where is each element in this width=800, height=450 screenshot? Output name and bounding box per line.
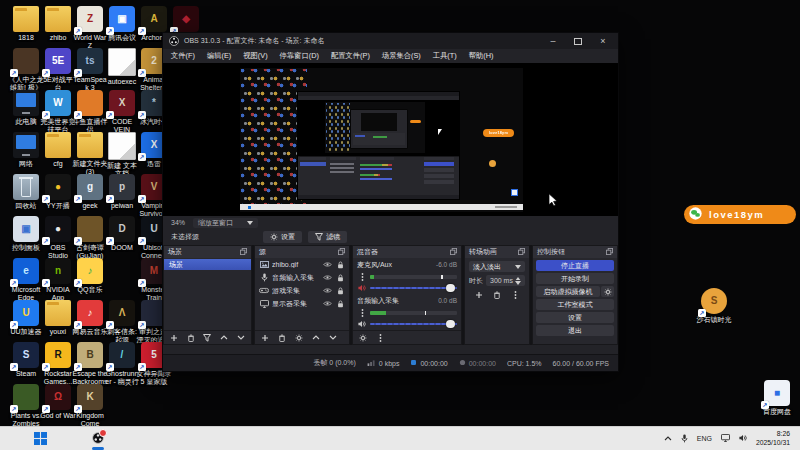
control-button[interactable]: 开始录制 — [536, 273, 614, 284]
control-button[interactable]: 停止直播 — [536, 260, 614, 271]
desktop-icon[interactable]: ↗古剑奇谭 (GuJian) — [72, 216, 108, 261]
volume-slider[interactable] — [370, 284, 457, 293]
visibility-eye-icon[interactable] — [322, 299, 332, 309]
down-button[interactable] — [236, 333, 246, 343]
preview-zoom-dropdown[interactable]: 缩放至窗口 — [193, 218, 258, 228]
desktop-icon[interactable]: ♪↗网易云音乐 — [72, 300, 108, 336]
menu-item[interactable]: 编辑(E) — [207, 51, 231, 61]
microphone-icon[interactable] — [681, 434, 688, 444]
taskbar-clock[interactable]: 8:26 2025/10/31 — [756, 430, 790, 447]
start-button[interactable] — [28, 429, 52, 449]
up-button[interactable] — [311, 333, 321, 343]
desktop-icon[interactable]: n↗NVIDIA App — [40, 258, 76, 303]
desktop-icon[interactable]: D↗DOOM — [104, 216, 140, 252]
popout-icon[interactable] — [518, 248, 525, 256]
stream-overlay-wechat-button[interactable]: love18ym — [684, 205, 796, 224]
desktop-icon[interactable]: R↗Rockstar Games... — [40, 342, 76, 387]
dots-button[interactable] — [375, 333, 385, 343]
trash-button[interactable] — [186, 333, 196, 343]
desktop-icon[interactable]: 5E↗5E对战平台 — [40, 48, 76, 93]
popout-icon[interactable] — [338, 248, 345, 256]
source-row[interactable]: 音频输入采集 — [255, 271, 349, 284]
desktop-icon[interactable]: ts↗TeamSpeak 3 — [72, 48, 108, 93]
mute-button[interactable] — [357, 283, 367, 293]
popout-icon[interactable] — [450, 248, 457, 256]
desktop-icon[interactable]: X↗CODE VEIN — [104, 90, 140, 135]
plus-button[interactable] — [169, 333, 179, 343]
desktop-icon[interactable]: ▣↗腾讯会议 — [104, 6, 140, 42]
duration-stepper[interactable]: 300 ms — [486, 275, 525, 286]
lock-icon[interactable] — [335, 260, 345, 270]
menu-item[interactable]: 帮助(H) — [469, 51, 494, 61]
desktop-icon[interactable]: ↗《人中之龙 维新! 极》DEMO — [8, 48, 44, 93]
desktop-icon[interactable]: zhibo — [40, 6, 76, 42]
desktop-icon[interactable]: Z↗World War Z — [72, 6, 108, 51]
down-button[interactable] — [328, 333, 338, 343]
desktop-icon[interactable]: S↗Steam — [8, 342, 44, 378]
desktop-icon[interactable]: ▣控制面板 — [8, 216, 44, 252]
source-filters-button[interactable]: 滤镜 — [308, 231, 347, 243]
desktop-icon[interactable]: 网络 — [8, 132, 44, 168]
menu-item[interactable]: 配置文件(P) — [331, 51, 370, 61]
desktop-icon[interactable]: 新建 文本文档 — [104, 132, 140, 179]
source-row[interactable]: zhibo.gif — [255, 258, 349, 271]
desktop-icon[interactable]: ↗斗鱼直播伴侣 — [72, 90, 108, 135]
up-button[interactable] — [219, 333, 229, 343]
taskbar-obs-button[interactable] — [86, 428, 110, 450]
control-button[interactable]: 设置 — [536, 312, 614, 323]
transition-select[interactable]: 淡入淡出 — [469, 261, 525, 272]
control-button[interactable]: 启动虚拟摄像机 — [536, 286, 600, 297]
lock-icon[interactable] — [335, 286, 345, 296]
visibility-eye-icon[interactable] — [322, 273, 332, 283]
menu-item[interactable]: 场景集合(S) — [382, 51, 421, 61]
mute-button[interactable] — [357, 319, 367, 329]
menu-item[interactable]: 停靠窗口(D) — [280, 51, 319, 61]
minimize-button[interactable]: – — [548, 37, 558, 46]
desktop-icon[interactable]: ●↗OBS Studio — [40, 216, 76, 261]
visibility-eye-icon[interactable] — [322, 260, 332, 270]
desktop-icon[interactable]: ↗Plants vs. Zombies G... — [8, 384, 44, 429]
menu-item[interactable]: 工具(T) — [433, 51, 457, 61]
desktop-icon[interactable]: Ω↗God of War — [40, 384, 76, 420]
lock-icon[interactable] — [335, 299, 345, 309]
trash-button[interactable] — [277, 333, 287, 343]
desktop-icon[interactable]: K↗Kingdom Come Del... — [72, 384, 108, 429]
gear-button[interactable] — [294, 333, 304, 343]
plus-button[interactable] — [474, 290, 484, 300]
popout-icon[interactable] — [240, 248, 247, 256]
desktop-icon[interactable]: S↗沙石镇时光 — [696, 288, 732, 324]
touch-keyboard-icon[interactable] — [721, 434, 730, 443]
control-button[interactable]: 退出 — [536, 325, 614, 336]
menu-item[interactable]: 视图(V) — [243, 51, 267, 61]
speaker-icon[interactable] — [739, 434, 747, 443]
close-button[interactable]: × — [598, 37, 608, 46]
obs-titlebar[interactable]: OBS 31.0.3 - 配置文件: 未命名 - 场景: 未命名 – × — [163, 33, 618, 49]
language-indicator[interactable]: ENG — [697, 435, 712, 442]
dots-vertical-icon[interactable] — [357, 308, 367, 318]
visibility-eye-icon[interactable] — [322, 286, 332, 296]
desktop-icon[interactable]: ■↗百度网盘 — [759, 380, 795, 416]
source-row[interactable]: 游戏采集 — [255, 284, 349, 297]
desktop-icon[interactable]: autoexec — [104, 48, 140, 86]
dots-vertical-icon[interactable] — [357, 272, 367, 282]
desktop-icon[interactable]: B↗Escape the Backrooms — [72, 342, 108, 387]
desktop-icon[interactable]: youxi — [40, 300, 76, 336]
gear-button[interactable] — [358, 333, 368, 343]
source-row[interactable]: 显示器采集 — [255, 297, 349, 310]
popout-icon[interactable] — [606, 248, 613, 256]
desktop-icon[interactable]: e↗Microsoft Edge — [8, 258, 44, 303]
desktop-icon[interactable]: cfg — [40, 132, 76, 168]
desktop-icon[interactable]: Λ↗刺客信条: 起源 — [104, 300, 140, 345]
dots-button[interactable] — [510, 290, 520, 300]
control-button[interactable]: 工作室模式 — [536, 299, 614, 310]
desktop-icon[interactable]: ●↗YY开播 — [40, 174, 76, 210]
tray-expand-icon[interactable] — [664, 435, 672, 442]
desktop-icon[interactable]: W↗完美世界竞技平台 — [40, 90, 76, 135]
desktop-icon[interactable]: /↗Ghostrunner - 幽灵行者 — [104, 342, 140, 387]
menu-item[interactable]: 文件(F) — [171, 51, 195, 61]
volume-slider[interactable] — [370, 320, 457, 329]
lock-icon[interactable] — [335, 273, 345, 283]
desktop-icon[interactable]: U↗UU加速器 — [8, 300, 44, 336]
desktop-icon[interactable]: 1818 — [8, 6, 44, 42]
filter-button[interactable] — [203, 333, 213, 343]
